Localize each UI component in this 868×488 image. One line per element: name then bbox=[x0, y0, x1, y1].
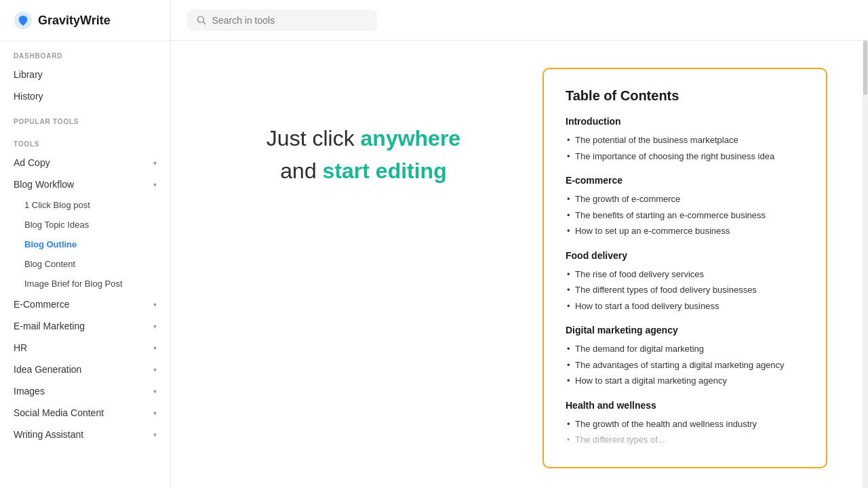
toc-section-introduction: Introduction The potential of the busine… bbox=[566, 116, 804, 164]
writing-assistant-chevron-icon: ▾ bbox=[153, 431, 157, 439]
ecommerce-label: E-Commerce bbox=[14, 299, 69, 310]
sidebar-sub-item-blog-outline[interactable]: Blog Outline bbox=[0, 235, 170, 254]
search-input[interactable] bbox=[212, 15, 368, 26]
toc-bullet: The different types of food delivery bus… bbox=[566, 282, 804, 298]
gravitywrite-logo-icon bbox=[14, 11, 33, 30]
idea-generation-label: Idea Generation bbox=[14, 364, 81, 375]
main-content: Just click anywhere and start editing Ta… bbox=[171, 41, 868, 488]
sidebar-sub-item-blog-content[interactable]: Blog Content bbox=[0, 254, 170, 274]
images-chevron-icon: ▾ bbox=[153, 388, 157, 395]
prompt-highlight-anywhere: anywhere bbox=[361, 126, 461, 150]
writing-assistant-label: Writing Assistant bbox=[14, 429, 83, 440]
idea-gen-chevron-icon: ▾ bbox=[153, 366, 157, 373]
sidebar-sub-item-blog-topic[interactable]: Blog Topic Ideas bbox=[0, 215, 170, 235]
toc-heading-ecommerce: E-commerce bbox=[566, 175, 804, 186]
ad-copy-label: Ad Copy bbox=[14, 157, 50, 168]
prompt-prefix: Just click bbox=[267, 126, 361, 150]
toc-heading-introduction: Introduction bbox=[566, 116, 804, 127]
library-label: Library bbox=[14, 69, 43, 80]
sidebar-sub-item-image-brief[interactable]: Image Brief for Blog Post bbox=[0, 274, 170, 293]
sidebar-item-history[interactable]: History bbox=[0, 85, 170, 107]
toc-heading-health-wellness: Health and wellness bbox=[566, 400, 804, 411]
social-media-chevron-icon: ▾ bbox=[153, 409, 157, 417]
hr-chevron-icon: ▾ bbox=[153, 344, 157, 352]
toc-bullet: The growth of the health and wellness in… bbox=[566, 416, 804, 432]
ad-copy-chevron-icon: ▾ bbox=[153, 159, 157, 167]
history-label: History bbox=[14, 91, 43, 102]
toc-section-health-wellness: Health and wellness The growth of the he… bbox=[566, 400, 804, 448]
sidebar-item-ad-copy[interactable]: Ad Copy ▾ bbox=[0, 152, 170, 174]
toc-bullet: The advantages of starting a digital mar… bbox=[566, 357, 804, 373]
toc-bullet: How to start a digital marketing agency bbox=[566, 373, 804, 389]
toc-heading-food-delivery: Food delivery bbox=[566, 250, 804, 261]
sidebar-item-writing-assistant[interactable]: Writing Assistant ▾ bbox=[0, 424, 170, 445]
sidebar-item-social-media[interactable]: Social Media Content ▾ bbox=[0, 402, 170, 424]
1click-label: 1 Click Blog post bbox=[24, 200, 90, 210]
toc-bullet: The potential of the business marketplac… bbox=[566, 132, 804, 148]
sidebar-item-ecommerce[interactable]: E-Commerce ▾ bbox=[0, 293, 170, 315]
sidebar-sub-item-1click[interactable]: 1 Click Blog post bbox=[0, 195, 170, 215]
scrollbar-track bbox=[863, 41, 868, 488]
toc-section-food-delivery: Food delivery The rise of food delivery … bbox=[566, 250, 804, 314]
blog-topic-label: Blog Topic Ideas bbox=[24, 220, 89, 230]
popular-tools-label: POPULAR TOOLS bbox=[0, 107, 170, 129]
toc-bullet: The rise of food delivery services bbox=[566, 266, 804, 283]
email-marketing-label: E-mail Marketing bbox=[14, 321, 85, 331]
logo: GravityWrite bbox=[0, 0, 170, 41]
images-label: Images bbox=[14, 386, 45, 396]
center-prompt-text: Just click anywhere and start editing bbox=[267, 122, 460, 187]
sidebar-item-images[interactable]: Images ▾ bbox=[0, 380, 170, 402]
sidebar-item-idea-generation[interactable]: Idea Generation ▾ bbox=[0, 359, 170, 380]
blog-content-label: Blog Content bbox=[24, 259, 75, 269]
hr-label: HR bbox=[14, 342, 27, 353]
sidebar-item-email-marketing[interactable]: E-mail Marketing ▾ bbox=[0, 315, 170, 337]
toc-bullet: How to set up an e-commerce business bbox=[566, 223, 804, 239]
image-brief-label: Image Brief for Blog Post bbox=[24, 279, 123, 289]
toc-bullet: The importance of choosing the right bus… bbox=[566, 148, 804, 165]
search-icon bbox=[197, 15, 207, 26]
svg-line-2 bbox=[203, 22, 205, 24]
scrollbar-thumb[interactable] bbox=[863, 41, 867, 95]
toc-heading-digital-marketing: Digital marketing agency bbox=[566, 325, 804, 336]
dashboard-section-label: DASHBOARD bbox=[0, 41, 170, 64]
toc-title: Table of Contents bbox=[566, 88, 804, 104]
toc-bullet: The different types of... bbox=[566, 432, 804, 448]
toc-bullet: The benefits of starting an e-commerce b… bbox=[566, 207, 804, 224]
blog-workflow-label: Blog Workflow bbox=[14, 179, 74, 190]
center-prompt-area: Just click anywhere and start editing bbox=[212, 68, 515, 187]
toc-bullet: The demand for digital marketing bbox=[566, 341, 804, 357]
logo-text: GravityWrite bbox=[38, 14, 111, 28]
sidebar-item-blog-workflow[interactable]: Blog Workflow ▾ bbox=[0, 174, 170, 195]
social-media-label: Social Media Content bbox=[14, 407, 104, 418]
prompt-and: and bbox=[280, 159, 322, 183]
sidebar: GravityWrite DASHBOARD Library History P… bbox=[0, 0, 171, 488]
toc-section-ecommerce: E-commerce The growth of e-commerce The … bbox=[566, 175, 804, 239]
header bbox=[171, 0, 868, 41]
toc-bullet: The growth of e-commerce bbox=[566, 191, 804, 207]
blog-outline-label: Blog Outline bbox=[24, 239, 77, 249]
blog-workflow-chevron-icon: ▾ bbox=[153, 181, 157, 188]
prompt-highlight-editing: start editing bbox=[323, 159, 447, 183]
toc-bullet: How to start a food delivery business bbox=[566, 298, 804, 314]
email-marketing-chevron-icon: ▾ bbox=[153, 323, 157, 330]
ecommerce-chevron-icon: ▾ bbox=[153, 301, 157, 308]
toc-section-digital-marketing: Digital marketing agency The demand for … bbox=[566, 325, 804, 389]
sidebar-item-hr[interactable]: HR ▾ bbox=[0, 337, 170, 359]
tools-label: TOOLS bbox=[0, 129, 170, 152]
table-of-contents-card: Table of Contents Introduction The poten… bbox=[542, 68, 827, 468]
sidebar-item-library[interactable]: Library bbox=[0, 64, 170, 85]
search-bar[interactable] bbox=[187, 9, 377, 31]
